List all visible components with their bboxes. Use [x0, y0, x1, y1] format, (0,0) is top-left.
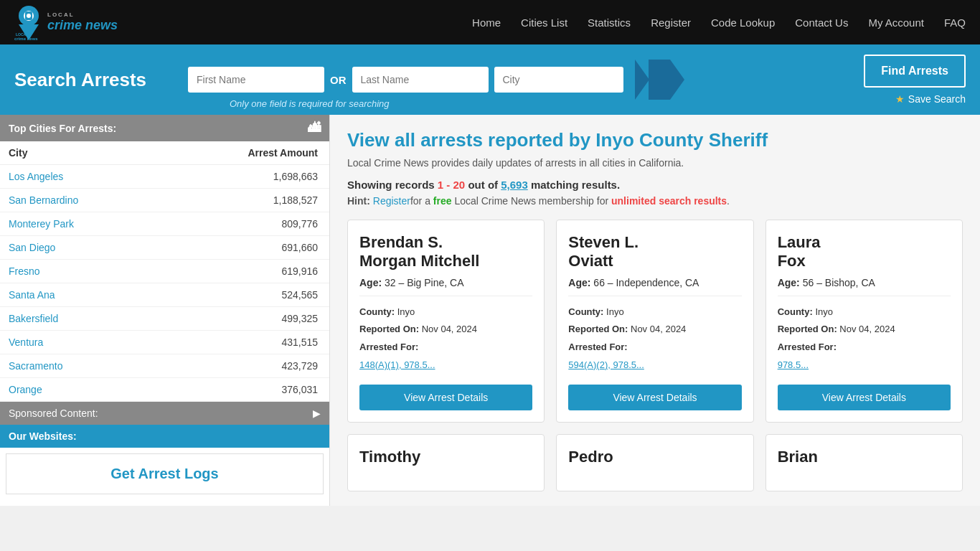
or-text: OR: [330, 74, 347, 86]
city-column-header: City: [0, 141, 162, 165]
partial-arrest-card: Brian: [765, 434, 963, 491]
card-name: Steven L.Oviatt: [568, 233, 741, 271]
table-row: Los Angeles 1,698,663: [0, 165, 329, 189]
arrest-logs-title: Get Arrest Logs: [18, 466, 311, 482]
nav-links: Home Cities List Statistics Register Cod…: [472, 17, 966, 29]
partial-arrest-card: Pedro: [556, 434, 753, 491]
arrest-amount-cell: 1,188,527: [162, 189, 329, 212]
city-link[interactable]: Los Angeles: [9, 171, 63, 182]
nav-statistics[interactable]: Statistics: [588, 17, 631, 29]
city-link[interactable]: Sacramento: [9, 360, 62, 372]
table-row: Ventura 431,515: [0, 331, 329, 354]
nav-register[interactable]: Register: [651, 17, 691, 29]
card-info: County: Inyo Reported On: Nov 04, 2024 A…: [778, 303, 951, 375]
city-name-cell: Los Angeles: [0, 165, 162, 189]
star-icon: ★: [895, 93, 905, 105]
arrest-amount-cell: 619,916: [162, 260, 329, 283]
city-link[interactable]: Ventura: [9, 336, 43, 348]
city-link[interactable]: San Diego: [9, 242, 55, 253]
city-link[interactable]: Santa Ana: [9, 289, 55, 301]
city-name-cell: Ventura: [0, 331, 162, 354]
city-link[interactable]: Fresno: [9, 265, 40, 277]
partial-card-name: Pedro: [568, 448, 741, 466]
search-hint: Only one field is required for searching: [230, 98, 390, 109]
card-age: Age: 56 – Bishop, CA: [778, 277, 951, 288]
svg-point-4: [27, 14, 31, 18]
city-name-cell: Sacramento: [0, 354, 162, 378]
city-name-cell: Bakersfield: [0, 307, 162, 331]
city-name-cell: Orange: [0, 378, 162, 402]
view-arrest-details-button[interactable]: View Arrest Details: [778, 385, 951, 410]
city-link[interactable]: Monterey Park: [9, 218, 74, 230]
city-name-cell: Santa Ana: [0, 283, 162, 307]
view-arrest-details-button[interactable]: View Arrest Details: [359, 385, 532, 410]
view-arrest-details-button[interactable]: View Arrest Details: [568, 385, 741, 410]
last-name-input[interactable]: [352, 67, 489, 93]
table-row: San Diego 691,660: [0, 236, 329, 260]
save-search-link[interactable]: ★ Save Search: [895, 93, 966, 105]
sidebar: Top Cities For Arrests: 🏙 City Arrest Am…: [0, 115, 330, 506]
arrest-amount-cell: 423,729: [162, 354, 329, 378]
play-icon: ▶: [313, 408, 321, 419]
city-name-cell: San Bernardino: [0, 189, 162, 212]
content-area: View all arrests reported by Inyo County…: [330, 115, 980, 506]
card-charges[interactable]: 978.5...: [778, 359, 809, 370]
svg-text:crime news: crime news: [14, 37, 38, 40]
card-age: Age: 32 – Big Pine, CA: [359, 277, 532, 288]
partial-card-name: Timothy: [359, 448, 532, 466]
results-line: Showing records 1 - 20 out of 5,693 matc…: [347, 179, 963, 191]
cities-table: City Arrest Amount Los Angeles 1,698,663…: [0, 141, 329, 402]
table-row: Bakersfield 499,325: [0, 307, 329, 331]
nav-faq[interactable]: FAQ: [944, 17, 966, 29]
arrest-amount-column-header: Arrest Amount: [162, 141, 329, 165]
partial-arrest-card: Timothy: [347, 434, 545, 491]
nav-code-lookup[interactable]: Code Lookup: [711, 17, 775, 29]
find-arrests-button[interactable]: Find Arrests: [864, 55, 966, 88]
page-title: View all arrests reported by Inyo County…: [347, 129, 963, 151]
city-input[interactable]: [494, 67, 623, 93]
search-inputs: OR: [188, 67, 623, 93]
nav-my-account[interactable]: My Account: [868, 17, 924, 29]
register-link[interactable]: Register: [373, 195, 410, 207]
arrest-amount-cell: 691,660: [162, 236, 329, 260]
card-info: County: Inyo Reported On: Nov 04, 2024 A…: [359, 303, 532, 375]
card-charges[interactable]: 148(A)(1), 978.5...: [359, 359, 435, 370]
arrest-logs-box: Get Arrest Logs: [6, 453, 324, 494]
logo[interactable]: LOCAL crime news LOCAL crime news: [14, 4, 118, 40]
arrest-amount-cell: 499,325: [162, 307, 329, 331]
top-cities-header: Top Cities For Arrests: 🏙: [0, 115, 329, 141]
arrest-amount-cell: 524,565: [162, 283, 329, 307]
table-row: San Bernardino 1,188,527: [0, 189, 329, 212]
our-websites-header: Our Websites:: [0, 425, 329, 448]
city-link[interactable]: San Bernardino: [9, 194, 78, 206]
city-icon: 🏙: [308, 121, 321, 136]
city-name-cell: Fresno: [0, 260, 162, 283]
table-row: Fresno 619,916: [0, 260, 329, 283]
nav-contact-us[interactable]: Contact Us: [795, 17, 848, 29]
city-link[interactable]: Bakersfield: [9, 313, 58, 324]
arrest-amount-cell: 809,776: [162, 212, 329, 236]
nav-home[interactable]: Home: [472, 17, 501, 29]
table-row: Sacramento 423,729: [0, 354, 329, 378]
arrest-amount-cell: 1,698,663: [162, 165, 329, 189]
city-link[interactable]: Orange: [9, 384, 42, 395]
arrest-card: LauraFox Age: 56 – Bishop, CA County: In…: [765, 220, 963, 423]
city-name-cell: Monterey Park: [0, 212, 162, 236]
main-layout: Top Cities For Arrests: 🏙 City Arrest Am…: [0, 115, 980, 506]
card-age: Age: 66 – Independence, CA: [568, 277, 741, 288]
search-title: Search Arrests: [14, 69, 179, 91]
card-info: County: Inyo Reported On: Nov 04, 2024 A…: [568, 303, 741, 375]
navigation: LOCAL crime news LOCAL crime news Home C…: [0, 0, 980, 44]
sponsored-header: Sponsored Content: ▶: [0, 402, 329, 425]
arrest-card: Steven L.Oviatt Age: 66 – Independence, …: [556, 220, 753, 423]
partial-cards-row: TimothyPedroBrian: [347, 434, 963, 491]
card-charges[interactable]: 594(A)(2), 978.5...: [568, 359, 644, 370]
table-row: Orange 376,031: [0, 378, 329, 402]
first-name-input[interactable]: [188, 67, 324, 93]
table-row: Santa Ana 524,565: [0, 283, 329, 307]
content-subtitle: Local Crime News provides daily updates …: [347, 157, 963, 169]
nav-cities-list[interactable]: Cities List: [521, 17, 567, 29]
city-name-cell: San Diego: [0, 236, 162, 260]
arrest-cards-row: Brendan S.Morgan Mitchell Age: 32 – Big …: [347, 220, 963, 423]
search-bar: Search Arrests OR Find Arrests ★ Save Se…: [0, 44, 980, 115]
